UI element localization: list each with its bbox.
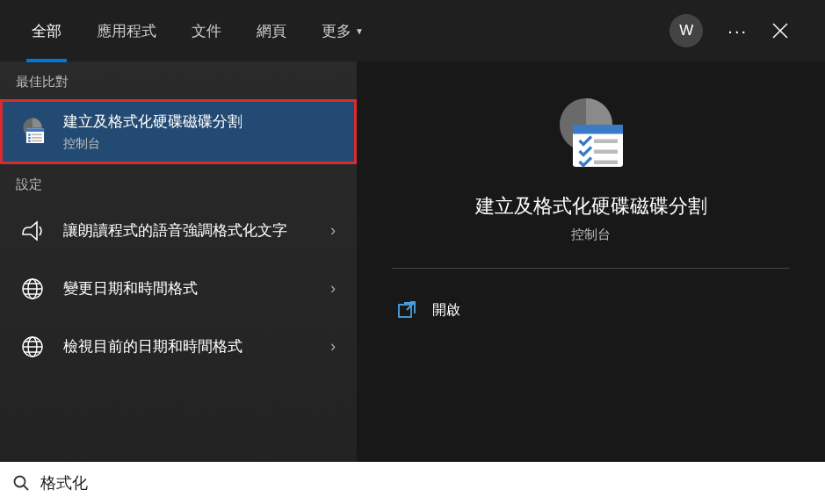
preview-subtitle: 控制台 bbox=[571, 227, 611, 243]
result-text: 讓朗讀程式的語音強調格式化文字 bbox=[63, 220, 325, 241]
action-open-label: 開啟 bbox=[432, 301, 460, 320]
result-title: 讓朗讀程式的語音強調格式化文字 bbox=[63, 220, 325, 241]
tab-more-label: 更多 bbox=[322, 21, 351, 41]
svg-rect-1 bbox=[26, 128, 44, 132]
result-title: 變更日期和時間格式 bbox=[63, 278, 325, 299]
chevron-right-icon: › bbox=[325, 279, 341, 298]
search-icon bbox=[12, 474, 30, 492]
svg-rect-4 bbox=[28, 140, 30, 141]
tab-all[interactable]: 全部 bbox=[26, 0, 67, 62]
section-settings: 設定 bbox=[0, 164, 357, 202]
tab-documents[interactable]: 文件 bbox=[186, 0, 227, 62]
result-setting-1[interactable]: 讓朗讀程式的語音強調格式化文字 › bbox=[0, 202, 357, 260]
result-setting-2[interactable]: 變更日期和時間格式 › bbox=[0, 260, 357, 318]
section-best-match: 最佳比對 bbox=[0, 61, 357, 99]
tab-apps[interactable]: 應用程式 bbox=[91, 0, 162, 62]
result-title: 檢視目前的日期和時間格式 bbox=[63, 336, 325, 357]
preview-title: 建立及格式化硬碟磁碟分割 bbox=[475, 193, 707, 220]
search-input[interactable] bbox=[40, 474, 813, 493]
preview-actions: 開啟 bbox=[392, 269, 790, 328]
svg-rect-6 bbox=[32, 137, 42, 139]
result-text: 建立及格式化硬碟磁碟分割 控制台 bbox=[63, 112, 341, 152]
svg-rect-15 bbox=[594, 150, 618, 155]
close-button[interactable] bbox=[772, 23, 799, 39]
results-column: 最佳比對 bbox=[0, 61, 357, 504]
svg-rect-14 bbox=[594, 140, 618, 144]
result-text: 檢視目前的日期和時間格式 bbox=[63, 336, 325, 357]
disk-management-large-icon bbox=[549, 93, 633, 177]
globe-icon bbox=[16, 330, 49, 364]
open-icon bbox=[397, 300, 416, 320]
close-icon bbox=[772, 23, 788, 39]
search-bar bbox=[0, 462, 825, 504]
globe-icon bbox=[16, 272, 49, 306]
chevron-down-icon: ▼ bbox=[355, 26, 364, 36]
chevron-right-icon: › bbox=[325, 221, 341, 240]
body: 最佳比對 bbox=[0, 61, 825, 504]
svg-rect-2 bbox=[28, 133, 30, 135]
header-controls: W ··· bbox=[669, 14, 816, 47]
preview-column: 建立及格式化硬碟磁碟分割 控制台 開啟 bbox=[357, 61, 825, 504]
result-text: 變更日期和時間格式 bbox=[63, 278, 325, 299]
svg-point-18 bbox=[15, 477, 25, 487]
chevron-right-icon: › bbox=[325, 337, 341, 356]
svg-rect-16 bbox=[594, 161, 618, 165]
result-title: 建立及格式化硬碟磁碟分割 bbox=[63, 112, 341, 133]
filter-tab-bar: 全部 應用程式 文件 網頁 更多 ▼ W ··· bbox=[0, 0, 825, 61]
filter-tabs: 全部 應用程式 文件 網頁 更多 ▼ bbox=[26, 0, 369, 62]
narrator-icon bbox=[16, 214, 49, 248]
preview-header: 建立及格式化硬碟磁碟分割 控制台 bbox=[392, 93, 790, 269]
svg-rect-3 bbox=[28, 137, 30, 139]
disk-management-icon bbox=[16, 115, 49, 148]
tab-more[interactable]: 更多 ▼ bbox=[316, 0, 369, 62]
search-window: 全部 應用程式 文件 網頁 更多 ▼ W ··· 最佳比對 bbox=[0, 0, 825, 504]
tab-web[interactable]: 網頁 bbox=[251, 0, 292, 62]
user-avatar[interactable]: W bbox=[669, 14, 703, 47]
result-subtitle: 控制台 bbox=[63, 136, 341, 152]
svg-rect-7 bbox=[32, 140, 42, 141]
svg-rect-13 bbox=[573, 125, 623, 134]
action-open[interactable]: 開啟 bbox=[392, 292, 790, 328]
svg-rect-5 bbox=[32, 133, 42, 135]
result-best-match[interactable]: 建立及格式化硬碟磁碟分割 控制台 bbox=[0, 99, 357, 164]
more-options-button[interactable]: ··· bbox=[727, 21, 748, 41]
result-setting-3[interactable]: 檢視目前的日期和時間格式 › bbox=[0, 318, 357, 376]
